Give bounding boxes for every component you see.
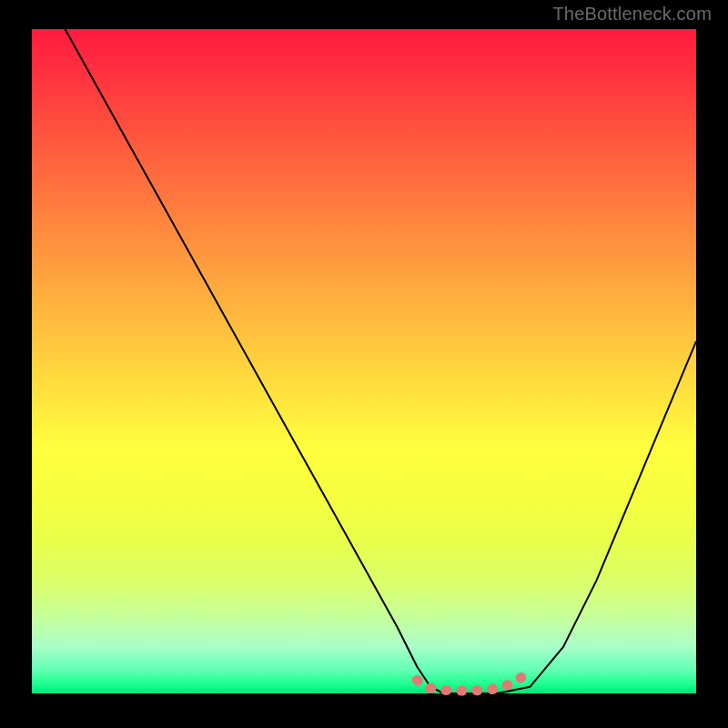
plot-background-gradient	[32, 29, 696, 693]
watermark-text: TheBottleneck.com	[552, 4, 712, 25]
chart-frame: TheBottleneck.com	[0, 0, 728, 728]
